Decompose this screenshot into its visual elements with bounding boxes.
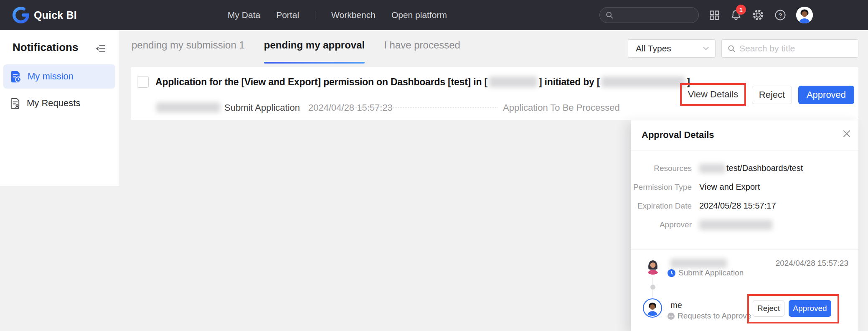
mission-tabs: pending my submission 1 pending my appro… bbox=[132, 38, 460, 69]
detail-label: Resources bbox=[631, 164, 692, 173]
user-avatar[interactable] bbox=[796, 7, 813, 23]
tab-i-have-processed[interactable]: I have processed bbox=[384, 38, 460, 69]
mission-doc-clock-icon bbox=[9, 70, 22, 83]
brand-name: Quick BI bbox=[34, 9, 77, 21]
detail-row-permission-type: Permission Type View and Export bbox=[631, 178, 858, 196]
submitter-action: Submit Application bbox=[224, 102, 300, 113]
type-filter-value: All Types bbox=[636, 43, 703, 53]
settings-gear-icon[interactable] bbox=[752, 9, 764, 21]
title-search-box[interactable] bbox=[721, 39, 858, 58]
detail-value: View and Export bbox=[699, 182, 760, 192]
tab-pending-my-approval[interactable]: pending my approval bbox=[264, 38, 365, 69]
row-status: Application To Be Processed bbox=[503, 102, 620, 113]
timeline-approver-name: me bbox=[670, 300, 682, 310]
clock-icon bbox=[667, 269, 675, 277]
notifications-bell[interactable]: 1 bbox=[730, 9, 742, 21]
approve-button[interactable]: Approved bbox=[798, 86, 854, 104]
apps-grid-icon[interactable] bbox=[709, 10, 720, 21]
approval-list-item: Application for the [View and Export] pe… bbox=[131, 67, 858, 120]
type-filter-select[interactable]: All Types bbox=[628, 39, 716, 58]
quick-bi-app: Quick BI My Data Portal Workbench Open p… bbox=[0, 0, 868, 331]
sidebar-item-my-requests[interactable]: My Requests bbox=[3, 91, 115, 115]
approver-avatar bbox=[645, 300, 660, 316]
divider bbox=[631, 150, 858, 150]
detail-row-resources: Resources test/Dashboards/test bbox=[631, 159, 858, 178]
detail-row-approver: Approver bbox=[631, 215, 858, 234]
dotted-separator bbox=[353, 107, 497, 108]
nav-item-workbench[interactable]: Workbench bbox=[331, 10, 376, 20]
redacted-submitter-name bbox=[156, 102, 220, 112]
annotation-box: View Details bbox=[680, 83, 746, 106]
resource-path: test/Dashboards/test bbox=[726, 163, 803, 173]
detail-label: Expiration Date bbox=[631, 201, 692, 211]
reject-button[interactable]: Reject bbox=[752, 86, 792, 104]
timeline-dot bbox=[650, 285, 655, 290]
sidebar-title: Notifications bbox=[13, 41, 78, 54]
tab-pending-my-submission[interactable]: pending my submission 1 bbox=[132, 38, 245, 69]
nav-item-open-platform[interactable]: Open platform bbox=[391, 10, 447, 20]
timeline-status: Submit Application bbox=[667, 268, 744, 278]
row-meta: Submit Application 2024/04/28 15:57:23 A… bbox=[131, 67, 858, 120]
sidebar-item-label: My mission bbox=[28, 71, 74, 82]
top-navbar: Quick BI My Data Portal Workbench Open p… bbox=[0, 0, 868, 30]
drawer-approve-button[interactable]: Approved bbox=[789, 300, 831, 317]
redacted-approver-name bbox=[699, 220, 772, 230]
detail-value: test/Dashboards/test bbox=[699, 163, 803, 173]
drawer-reject-button[interactable]: Reject bbox=[753, 300, 784, 317]
detail-label: Approver bbox=[631, 220, 692, 229]
divider bbox=[631, 249, 858, 250]
approval-details-drawer: Approval Details Resources test/Dashboar… bbox=[631, 120, 858, 331]
timeline-action: Submit Application bbox=[678, 268, 744, 278]
nav-item-my-data[interactable]: My Data bbox=[228, 10, 260, 20]
sidebar-item-label: My Requests bbox=[27, 98, 80, 109]
approver-avatar-ring bbox=[643, 298, 662, 318]
view-details-button[interactable]: View Details bbox=[688, 89, 739, 100]
timeline-time: 2024/04/28 15:57:23 bbox=[776, 259, 848, 268]
svg-text:?: ? bbox=[778, 12, 782, 19]
title-search-input[interactable] bbox=[739, 43, 848, 53]
redacted-submitter-name bbox=[670, 259, 727, 268]
search-icon bbox=[605, 11, 614, 19]
nav-item-portal[interactable]: Portal bbox=[276, 10, 299, 20]
notification-badge: 1 bbox=[736, 5, 746, 15]
quick-bi-logo-icon bbox=[13, 7, 29, 23]
notifications-sidebar: Notifications My mission bbox=[0, 30, 120, 186]
main-nav: My Data Portal Workbench Open platform bbox=[228, 0, 447, 30]
global-search-input[interactable] bbox=[617, 11, 692, 20]
timeline-action: Requests to Approve bbox=[678, 311, 751, 321]
close-icon[interactable] bbox=[841, 128, 853, 140]
global-search-box[interactable] bbox=[599, 7, 699, 23]
sidebar-item-my-mission[interactable]: My mission bbox=[3, 64, 115, 89]
brand-logo[interactable]: Quick BI bbox=[13, 0, 77, 30]
navbar-right-cluster: 1 ? bbox=[599, 0, 813, 30]
help-icon[interactable]: ? bbox=[774, 9, 786, 21]
search-icon bbox=[727, 44, 736, 53]
drawer-title: Approval Details bbox=[642, 130, 714, 140]
collapse-sidebar-icon[interactable] bbox=[96, 43, 106, 56]
detail-row-expiration-date: Expiration Date 2024/05/28 15:57:17 bbox=[631, 196, 858, 215]
chevron-down-icon bbox=[703, 46, 709, 51]
submitter-avatar bbox=[645, 258, 661, 275]
requests-doc-person-icon bbox=[9, 97, 21, 109]
pending-ellipsis-icon bbox=[667, 313, 675, 320]
nav-divider bbox=[315, 10, 315, 20]
detail-value: 2024/05/28 15:57:17 bbox=[699, 201, 776, 211]
redacted-resource-prefix bbox=[699, 164, 725, 173]
timeline-status: Requests to Approve bbox=[667, 311, 751, 321]
detail-label: Permission Type bbox=[631, 183, 692, 192]
detail-value bbox=[699, 220, 772, 230]
